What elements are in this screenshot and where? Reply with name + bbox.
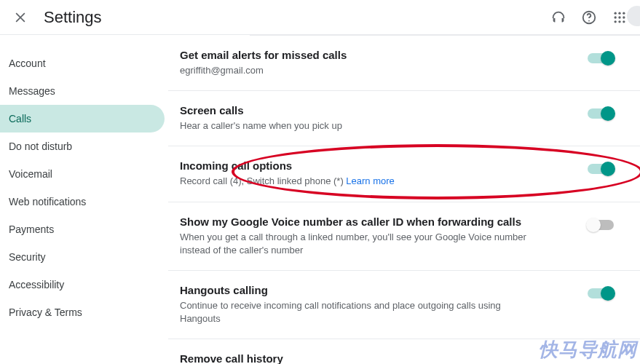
row-email-alerts: Get email alerts for missed calls egriff… (168, 36, 640, 91)
row-screen-calls: Screen calls Hear a caller's name when y… (168, 91, 640, 146)
sidebar-item-account[interactable]: Account (0, 50, 165, 77)
toggle-email-alerts[interactable] (588, 53, 614, 63)
row-heading: Show my Google Voice number as caller ID… (180, 215, 544, 228)
support-button[interactable] (544, 3, 573, 32)
row-incoming-call-options: Incoming call options Record call (4), S… (168, 146, 640, 202)
close-icon (13, 10, 28, 25)
svg-point-8 (615, 20, 617, 23)
sidebar-item-calls[interactable]: Calls (0, 105, 165, 132)
row-sub: Continue to receive incoming call notifi… (180, 299, 544, 325)
row-sub: egriffith@gmail.com (180, 64, 544, 77)
sidebar-item-payments[interactable]: Payments (0, 215, 165, 243)
svg-point-2 (615, 12, 617, 14)
row-sub: Hear a caller's name when you pick up (180, 119, 544, 132)
sidebar-item-security[interactable]: Security (0, 243, 165, 271)
sidebar-item-privacy-terms[interactable]: Privacy & Terms (0, 298, 165, 326)
svg-point-3 (618, 12, 620, 14)
learn-more-link[interactable]: Learn more (346, 175, 394, 186)
page-title: Settings (44, 8, 102, 27)
row-heading: Remove call history (180, 352, 570, 364)
row-sub: When you get a call through a linked num… (180, 231, 544, 257)
row-sub: Record call (4), Switch linked phone (*)… (180, 175, 544, 188)
svg-point-9 (618, 20, 620, 23)
toggle-caller-id[interactable] (588, 220, 614, 230)
sidebar-item-accessibility[interactable]: Accessibility (0, 271, 165, 298)
row-heading: Incoming call options (180, 159, 544, 172)
row-heading: Screen calls (180, 104, 544, 116)
svg-point-10 (623, 20, 625, 23)
sidebar-item-voicemail[interactable]: Voicemail (0, 160, 165, 188)
row-sub-text: Record call (4), Switch linked phone (*) (180, 175, 346, 186)
row-remove-call-history: Remove call history Remove all call hist… (168, 339, 640, 364)
sidebar-item-messages[interactable]: Messages (0, 77, 165, 105)
settings-header: Settings (0, 0, 640, 35)
sidebar-item-web-notifications[interactable]: Web notifications (0, 188, 165, 215)
row-caller-id: Show my Google Voice number as caller ID… (168, 202, 640, 271)
help-icon (581, 9, 597, 25)
svg-point-1 (588, 20, 590, 21)
row-heading: Hangouts calling (180, 284, 544, 296)
row-hangouts-calling: Hangouts calling Continue to receive inc… (168, 271, 640, 339)
toggle-incoming-call-options[interactable] (588, 164, 614, 174)
apps-grid-icon (612, 10, 627, 25)
close-button[interactable] (6, 3, 35, 32)
sidebar-item-do-not-disturb[interactable]: Do not disturb (0, 132, 165, 160)
settings-sidebar: Account Messages Calls Do not disturb Vo… (0, 35, 167, 364)
svg-point-5 (615, 16, 617, 18)
svg-point-4 (623, 12, 625, 14)
svg-point-7 (623, 16, 625, 18)
headset-icon (550, 9, 566, 25)
help-button[interactable] (574, 3, 604, 32)
toggle-screen-calls[interactable] (588, 108, 614, 119)
svg-point-6 (618, 16, 620, 18)
row-heading: Get email alerts for missed calls (180, 49, 544, 61)
settings-content: Get email alerts for missed calls egriff… (167, 35, 640, 364)
toggle-hangouts-calling[interactable] (588, 288, 614, 298)
